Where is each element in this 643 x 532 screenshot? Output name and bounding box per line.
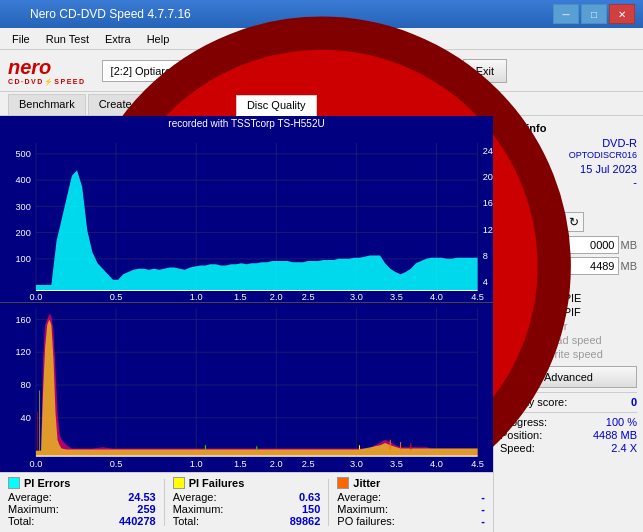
pi-errors-avg-label: Average:	[8, 491, 52, 503]
svg-text:4.0: 4.0	[430, 457, 443, 468]
svg-text:40: 40	[21, 411, 31, 422]
svg-text:24: 24	[483, 145, 493, 156]
pi-errors-max-label: Maximum:	[8, 503, 59, 515]
pi-failures-max-label: Maximum:	[173, 503, 224, 515]
svg-text:0.0: 0.0	[30, 291, 43, 301]
svg-text:3.5: 3.5	[390, 457, 403, 468]
svg-text:4.0: 4.0	[430, 291, 443, 301]
svg-text:3.5: 3.5	[390, 291, 403, 301]
svg-text:4.5: 4.5	[471, 457, 484, 468]
pi-errors-max-val: 259	[96, 503, 156, 515]
divider-1	[164, 479, 165, 526]
svg-text:1.0: 1.0	[190, 291, 203, 301]
svg-text:100: 100	[15, 253, 30, 264]
pi-failures-total-label: Total:	[173, 515, 199, 527]
pi-errors-total-label: Total:	[8, 515, 34, 527]
svg-rect-60	[39, 390, 40, 450]
svg-text:0.5: 0.5	[110, 291, 123, 301]
charts-container: 500 400 300 200 100 24 20 16 12 8 4	[0, 132, 493, 472]
jitter-avg-val: -	[425, 491, 485, 503]
po-failures-val: -	[425, 515, 485, 527]
svg-text:1.0: 1.0	[190, 457, 203, 468]
svg-text:16: 16	[483, 197, 493, 208]
title-bar: Nero CD-DVD Speed 4.7.7.16 ─ □ ✕	[0, 0, 643, 28]
jitter-stats: Jitter Average: - Maximum: - PO failures…	[337, 477, 485, 528]
chart-area: recorded with TSSTcorp TS-H552U	[0, 116, 493, 532]
upper-chart: 500 400 300 200 100 24 20 16 12 8 4	[0, 132, 493, 303]
svg-text:200: 200	[15, 227, 30, 238]
svg-text:1.5: 1.5	[234, 457, 247, 468]
jitter-label: Jitter	[353, 477, 380, 489]
jitter-color	[337, 477, 349, 489]
svg-text:3.0: 3.0	[350, 457, 363, 468]
pi-errors-stats: PI Errors Average: 24.53 Maximum: 259 To…	[8, 477, 156, 528]
svg-text:12: 12	[483, 223, 493, 234]
svg-text:0.0: 0.0	[30, 457, 43, 468]
jitter-avg-label: Average:	[337, 491, 381, 503]
divider-2	[328, 479, 329, 526]
pi-errors-color	[8, 477, 20, 489]
svg-text:1.5: 1.5	[234, 291, 247, 301]
po-failures-label: PO failures:	[337, 515, 394, 527]
pi-errors-avg-val: 24.53	[96, 491, 156, 503]
svg-rect-40	[0, 303, 493, 473]
pi-failures-color	[173, 477, 185, 489]
svg-text:160: 160	[15, 313, 30, 324]
svg-text:500: 500	[15, 148, 30, 159]
svg-text:120: 120	[15, 346, 30, 357]
pi-failures-stats: PI Failures Average: 0.63 Maximum: 150 T…	[173, 477, 321, 528]
pi-failures-label: PI Failures	[189, 477, 245, 489]
svg-text:3.0: 3.0	[350, 291, 363, 301]
svg-text:2.0: 2.0	[270, 291, 283, 301]
stats-bar: PI Errors Average: 24.53 Maximum: 259 To…	[0, 472, 493, 532]
jitter-max-val: -	[425, 503, 485, 515]
svg-text:8: 8	[483, 250, 488, 261]
svg-text:400: 400	[15, 174, 30, 185]
svg-text:4.5: 4.5	[471, 291, 484, 301]
lower-chart: 160 120 80 40	[0, 303, 493, 473]
jitter-max-label: Maximum:	[337, 503, 388, 515]
pi-failures-avg-val: 0.63	[260, 491, 320, 503]
pi-errors-total-val: 440278	[96, 515, 156, 527]
svg-text:4: 4	[483, 276, 489, 287]
upper-chart-svg: 500 400 300 200 100 24 20 16 12 8 4	[0, 132, 493, 302]
svg-text:2.5: 2.5	[302, 457, 315, 468]
svg-text:2.5: 2.5	[302, 291, 315, 301]
svg-text:2.0: 2.0	[270, 457, 283, 468]
svg-text:20: 20	[483, 171, 493, 182]
chart-title: recorded with TSSTcorp TS-H552U	[0, 118, 493, 129]
pi-failures-max-val: 150	[260, 503, 320, 515]
app-icon	[8, 6, 24, 22]
pi-failures-total-val: 89862	[260, 515, 320, 527]
svg-text:80: 80	[21, 379, 31, 390]
lower-chart-svg: 160 120 80 40	[0, 303, 493, 473]
svg-text:300: 300	[15, 200, 30, 211]
pi-failures-avg-label: Average:	[173, 491, 217, 503]
pi-errors-label: PI Errors	[24, 477, 70, 489]
svg-rect-59	[37, 412, 38, 450]
tab-disc-quality[interactable]: Disc Quality	[236, 95, 317, 116]
svg-text:0.5: 0.5	[110, 457, 123, 468]
